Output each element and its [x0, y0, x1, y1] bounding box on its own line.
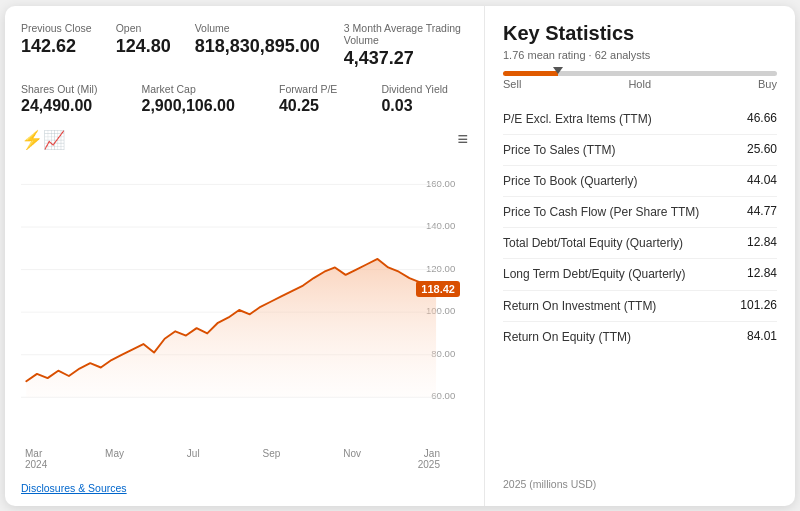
stat-label: Dividend Yield — [381, 83, 468, 95]
stat-label: Shares Out (Mil) — [21, 83, 117, 95]
price-badge: 118.42 — [416, 281, 460, 297]
stat-label: Open — [116, 22, 171, 34]
analyst-subtitle: 1.76 mean rating · 62 analysts — [503, 49, 777, 61]
stat-label: Volume — [195, 22, 320, 34]
stats-row: Return On Equity (TTM) 84.01 — [503, 322, 777, 352]
stats-row1: Previous Close 142.62Open 124.80Volume 8… — [21, 22, 468, 69]
sell-label: Sell — [503, 78, 521, 90]
svg-text:140.00: 140.00 — [426, 220, 455, 231]
disclosure-link[interactable]: Disclosures & Sources — [21, 482, 468, 494]
stat-item: Open 124.80 — [116, 22, 171, 69]
rating-bar-thumb — [553, 67, 563, 74]
stats-row-value: 25.60 — [747, 142, 777, 156]
stats-row-label: Return On Investment (TTM) — [503, 298, 740, 314]
stats-row-value: 44.77 — [747, 204, 777, 218]
stat-label: Market Cap — [141, 83, 254, 95]
candlestick-icon[interactable]: ⚡📈 — [21, 129, 65, 151]
svg-text:120.00: 120.00 — [426, 262, 455, 273]
stat-value: 142.62 — [21, 36, 92, 57]
stats-row: Long Term Debt/Equity (Quarterly) 12.84 — [503, 259, 777, 290]
stats-row-value: 84.01 — [747, 329, 777, 343]
main-container: Previous Close 142.62Open 124.80Volume 8… — [5, 6, 795, 506]
stats-row: Price To Cash Flow (Per Share TTM) 44.77 — [503, 197, 777, 228]
stats-row2: Shares Out (Mil) 24,490.00Market Cap 2,9… — [21, 83, 468, 115]
stat-value: 4,437.27 — [344, 48, 468, 69]
stats-row: P/E Excl. Extra Items (TTM) 46.66 — [503, 104, 777, 135]
stats-row: Total Debt/Total Equity (Quarterly) 12.8… — [503, 228, 777, 259]
svg-text:160.00: 160.00 — [426, 177, 455, 188]
chart-svg: 160.00 140.00 120.00 100.00 80.00 60.00 — [21, 157, 468, 446]
stats-row-label: Price To Book (Quarterly) — [503, 173, 747, 189]
buy-label: Buy — [758, 78, 777, 90]
key-statistics-title: Key Statistics — [503, 22, 777, 45]
hold-label: Hold — [628, 78, 651, 90]
left-panel: Previous Close 142.62Open 124.80Volume 8… — [5, 6, 485, 506]
stats-row-label: Total Debt/Total Equity (Quarterly) — [503, 235, 747, 251]
stat-item: Forward P/E 40.25 — [279, 83, 357, 115]
stats-row-value: 101.26 — [740, 298, 777, 312]
stats-row-label: P/E Excl. Extra Items (TTM) — [503, 111, 747, 127]
stats-row-label: Price To Cash Flow (Per Share TTM) — [503, 204, 747, 220]
x-axis-labels: Mar May Jul Sep Nov Jan — [21, 446, 440, 459]
chart-toolbar: ⚡📈 ≡ — [21, 129, 468, 151]
stat-value: 0.03 — [381, 97, 468, 115]
stats-row: Return On Investment (TTM) 101.26 — [503, 291, 777, 322]
stats-table: P/E Excl. Extra Items (TTM) 46.66Price T… — [503, 104, 777, 468]
stats-row-value: 46.66 — [747, 111, 777, 125]
chart-area: 160.00 140.00 120.00 100.00 80.00 60.00 — [21, 157, 468, 446]
stat-label: 3 Month Average Trading Volume — [344, 22, 468, 46]
menu-icon[interactable]: ≡ — [457, 129, 468, 150]
rating-bar-track — [503, 71, 777, 76]
stat-value: 2,900,106.00 — [141, 97, 254, 115]
stat-value: 124.80 — [116, 36, 171, 57]
rating-bar-container: Sell Hold Buy — [503, 71, 777, 90]
stat-value: 40.25 — [279, 97, 357, 115]
stat-label: Previous Close — [21, 22, 92, 34]
rating-bar-labels: Sell Hold Buy — [503, 78, 777, 90]
stats-row: Price To Sales (TTM) 25.60 — [503, 135, 777, 166]
right-panel: Key Statistics 1.76 mean rating · 62 ana… — [485, 6, 795, 506]
stats-row-value: 44.04 — [747, 173, 777, 187]
stats-row-label: Price To Sales (TTM) — [503, 142, 747, 158]
stat-label: Forward P/E — [279, 83, 357, 95]
stat-item: Shares Out (Mil) 24,490.00 — [21, 83, 117, 115]
stat-value: 818,830,895.00 — [195, 36, 320, 57]
stat-item: Dividend Yield 0.03 — [381, 83, 468, 115]
stats-row-label: Return On Equity (TTM) — [503, 329, 747, 345]
stats-row: Price To Book (Quarterly) 44.04 — [503, 166, 777, 197]
stat-item: Market Cap 2,900,106.00 — [141, 83, 254, 115]
stat-item: Previous Close 142.62 — [21, 22, 92, 69]
footer-note: 2025 (millions USD) — [503, 478, 777, 490]
x-axis-years: 2024 2025 — [21, 459, 440, 474]
stat-item: Volume 818,830,895.00 — [195, 22, 320, 69]
stat-value: 24,490.00 — [21, 97, 117, 115]
stats-row-value: 12.84 — [747, 266, 777, 280]
stat-item: 3 Month Average Trading Volume 4,437.27 — [344, 22, 468, 69]
stats-row-label: Long Term Debt/Equity (Quarterly) — [503, 266, 747, 282]
stats-row-value: 12.84 — [747, 235, 777, 249]
